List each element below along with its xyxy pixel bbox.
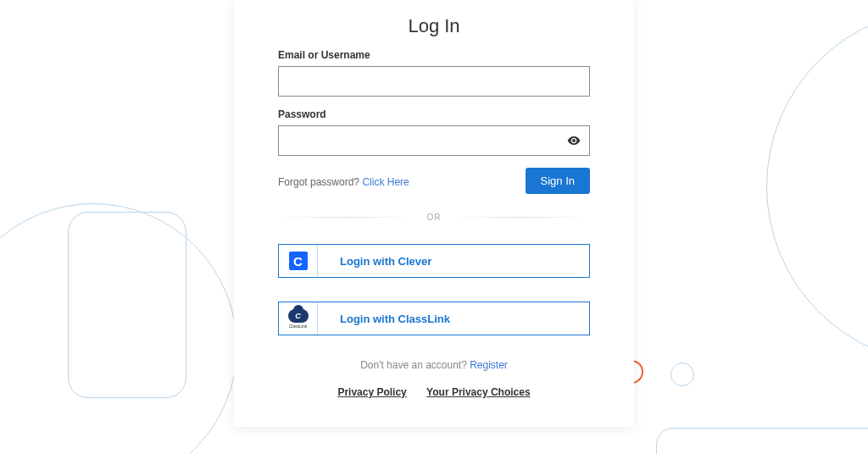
email-field-group: Email or Username — [278, 49, 590, 97]
forgot-password-text: Forgot password? Click Here — [278, 174, 409, 189]
clever-button-label: Login with Clever — [318, 255, 589, 268]
signin-button[interactable]: Sign In — [526, 168, 590, 194]
classlink-icon: C ClassLink — [279, 302, 318, 335]
clever-icon: C — [279, 245, 318, 277]
classlink-button-label: Login with ClassLink — [318, 313, 589, 325]
divider-label: OR — [415, 213, 453, 222]
privacy-policy-link[interactable]: Privacy Policy — [337, 386, 406, 398]
forgot-password-link[interactable]: Click Here — [362, 176, 409, 188]
email-input[interactable] — [278, 66, 590, 97]
login-with-clever-button[interactable]: C Login with Clever — [278, 244, 590, 278]
or-divider: OR — [278, 213, 590, 222]
forgot-signin-row: Forgot password? Click Here Sign In — [278, 168, 590, 194]
email-label: Email or Username — [278, 49, 590, 61]
password-field-group: Password — [278, 108, 590, 156]
password-label: Password — [278, 108, 590, 120]
register-prompt: Don't have an account? Register — [278, 359, 590, 371]
login-card: Log In Email or Username Password Forgot… — [234, 0, 634, 427]
privacy-choices-link[interactable]: Your Privacy Choices — [426, 386, 531, 398]
password-input[interactable] — [278, 125, 590, 156]
toggle-password-visibility-icon[interactable] — [566, 133, 581, 148]
register-link[interactable]: Register — [470, 359, 508, 371]
page-title: Log In — [278, 15, 590, 37]
login-with-classlink-button[interactable]: C ClassLink Login with ClassLink — [278, 302, 590, 335]
footer-links: Privacy Policy Your Privacy Choices — [278, 386, 590, 398]
